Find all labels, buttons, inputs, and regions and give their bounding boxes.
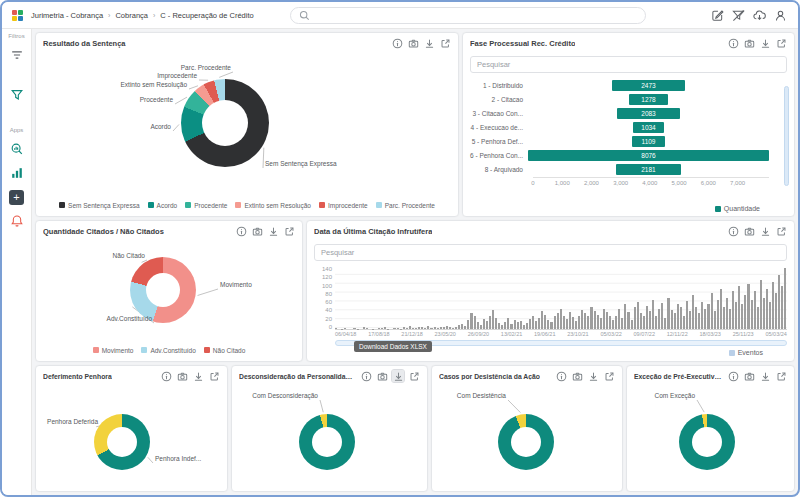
camera-icon[interactable] [743, 370, 755, 382]
profile-icon[interactable] [774, 8, 788, 22]
camera-icon[interactable] [251, 225, 263, 237]
donut-ring[interactable] [299, 414, 355, 470]
excecao-donut-chart[interactable]: Com Exceção [634, 385, 787, 487]
histogram-bar [763, 298, 765, 330]
funnel-bar[interactable]: 1278 [629, 94, 667, 105]
legend-item[interactable]: Procedente [185, 202, 227, 209]
filter-funnel-icon[interactable] [9, 87, 25, 103]
histogram-bar [634, 307, 636, 329]
x-tick: 19/06/21 [534, 330, 555, 338]
donut-ring[interactable] [94, 414, 150, 470]
notifications-icon[interactable] [9, 213, 25, 229]
funnel-bar[interactable]: 1109 [632, 136, 665, 147]
open-icon[interactable] [208, 370, 220, 382]
download-icon[interactable] [423, 37, 435, 49]
citacao-search-input[interactable] [314, 244, 787, 261]
open-icon[interactable] [775, 225, 787, 237]
desistencia-donut-chart[interactable]: Com Desistência [439, 385, 615, 487]
sentenca-donut-chart[interactable]: Sem Sentença ExpressaAcordoProcedenteExt… [43, 52, 451, 198]
category-label: 8 - Arquivado [470, 166, 528, 173]
slice-label: Adv.Constituído [107, 315, 152, 322]
histogram-bar [480, 325, 482, 330]
histogram-bar [649, 311, 651, 329]
legend-marker [729, 350, 735, 356]
info-icon[interactable] [727, 370, 739, 382]
legend-item[interactable]: Extinto sem Resolução [235, 202, 310, 209]
fase-x-axis: 01,0002,0003,0004,0005,0006,0007,000 [533, 177, 769, 189]
camera-icon[interactable] [407, 37, 419, 49]
download-icon[interactable] [267, 225, 279, 237]
download-icon[interactable] [392, 370, 404, 382]
breadcrumb-item[interactable]: Jurimetria - Cobrança [31, 11, 103, 20]
info-icon[interactable] [160, 370, 172, 382]
donut-ring[interactable] [181, 79, 269, 167]
histogram-bar [587, 316, 589, 329]
open-icon[interactable] [439, 37, 451, 49]
category-label: 6 - Penhora Con... [470, 152, 528, 159]
fase-legend[interactable]: Quantidade [715, 205, 760, 212]
desconsideracao-donut-chart[interactable]: Com Desconsideração [239, 385, 420, 487]
download-icon[interactable] [587, 370, 599, 382]
cloud-download-icon[interactable] [753, 8, 767, 22]
search-insights-icon[interactable] [9, 141, 25, 157]
open-icon[interactable] [775, 37, 787, 49]
info-icon[interactable] [727, 37, 739, 49]
panel-citados-nao-citados: Quantidade Citados / Não Citados Movimen… [35, 220, 303, 362]
info-icon[interactable] [235, 225, 247, 237]
global-search[interactable] [290, 7, 646, 24]
fase-search-input[interactable] [470, 56, 787, 73]
add-app-icon[interactable]: + [9, 189, 25, 205]
legend-item[interactable]: Parc. Procedente [376, 202, 435, 209]
download-icon[interactable] [759, 370, 771, 382]
donut-ring[interactable] [679, 414, 735, 470]
filter-list-icon[interactable] [9, 47, 25, 63]
info-icon[interactable] [555, 370, 567, 382]
vertical-scrollbar[interactable] [784, 86, 789, 186]
legend-item[interactable]: Improcedente [319, 202, 368, 209]
funnel-bar[interactable]: 2473 [612, 80, 686, 91]
open-icon[interactable] [603, 370, 615, 382]
histogram-bar [766, 289, 768, 330]
camera-icon[interactable] [176, 370, 188, 382]
camera-icon[interactable] [376, 370, 388, 382]
deferimento-donut-chart[interactable]: Penhora Indef...Penhora Deferida [43, 385, 220, 487]
open-icon[interactable] [775, 370, 787, 382]
global-search-input[interactable] [315, 11, 637, 20]
camera-icon[interactable] [743, 225, 755, 237]
histogram-bar [600, 318, 602, 329]
fase-funnel-chart[interactable]: 1 - Distribuido24732 - Citacao12783 - Ci… [470, 78, 787, 176]
breadcrumb-item[interactable]: Cobrança [115, 11, 148, 20]
donut-ring[interactable] [498, 414, 554, 470]
legend-item[interactable]: Movimento [93, 347, 134, 354]
info-icon[interactable] [391, 37, 403, 49]
open-icon[interactable] [283, 225, 295, 237]
download-icon[interactable] [759, 225, 771, 237]
histogram-bar [449, 327, 451, 329]
funnel-bar[interactable]: 1034 [633, 122, 664, 133]
edit-icon[interactable] [711, 8, 725, 22]
camera-icon[interactable] [571, 370, 583, 382]
legend-item[interactable]: Adv.Constituído [141, 347, 195, 354]
histogram-bar [772, 282, 774, 329]
event-histogram[interactable] [335, 266, 787, 330]
donut-ring[interactable] [130, 257, 196, 323]
legend-item[interactable]: Não Citado [204, 347, 246, 354]
funnel-bar[interactable]: 2083 [617, 108, 679, 119]
citados-donut-chart[interactable]: MovimentoAdv.ConstituídoNão Citado [43, 240, 295, 343]
slice-label: Parc. Procedente [181, 64, 231, 71]
histogram-bar [738, 286, 740, 329]
filter-clear-icon[interactable] [732, 8, 746, 22]
funnel-bar[interactable]: 2181 [616, 164, 681, 175]
funnel-bar[interactable]: 8076 [528, 150, 769, 161]
info-icon[interactable] [727, 225, 739, 237]
chart-app-icon[interactable] [9, 165, 25, 181]
download-icon[interactable] [759, 37, 771, 49]
legend-item[interactable]: Sem Sentença Expressa [59, 202, 140, 209]
download-icon[interactable] [192, 370, 204, 382]
legend-item[interactable]: Acordo [148, 202, 178, 209]
info-icon[interactable] [360, 370, 372, 382]
open-icon[interactable] [408, 370, 420, 382]
panel-actions [235, 225, 295, 237]
breadcrumb-item[interactable]: C - Recuperação de Crédito [160, 11, 253, 20]
camera-icon[interactable] [743, 37, 755, 49]
